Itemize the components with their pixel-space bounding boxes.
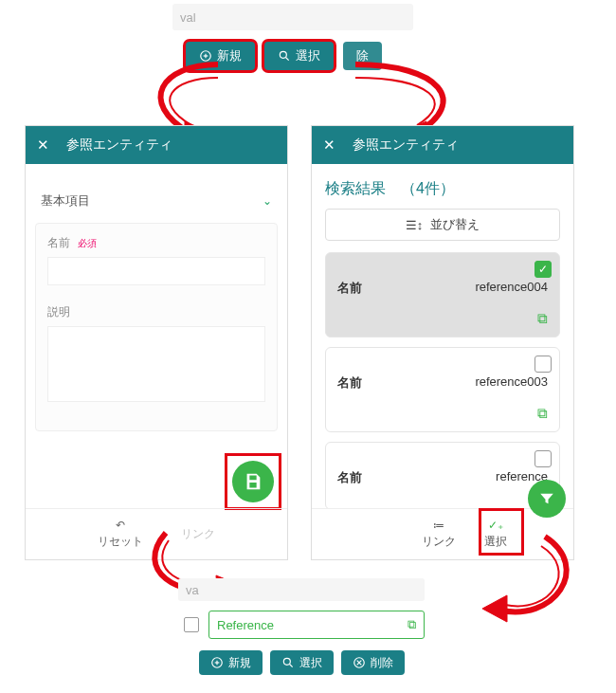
result-form-area: va Reference ⧉ 新規 選択 削除 (178, 578, 425, 675)
reset-label: リセット (98, 534, 143, 550)
sort-icon: ☰↕ (406, 218, 424, 232)
svg-line-13 (289, 665, 292, 667)
search-icon (278, 49, 291, 63)
top-value-input[interactable]: val (172, 4, 413, 30)
select-button[interactable]: 選択 (270, 650, 334, 675)
save-fab[interactable] (232, 461, 274, 502)
desc-label-row: 説明 (47, 304, 265, 320)
search-title-suffix: 件） (425, 180, 455, 196)
panel-header: ✕ 参照エンティティ (26, 126, 287, 164)
result-name-label: 名前 (337, 374, 362, 392)
select-button-label: 選択 (296, 47, 320, 64)
name-label-row: 名前 必須 (47, 235, 265, 251)
delete-button[interactable]: 削除 (341, 650, 405, 675)
undo-icon: ↶ (116, 519, 125, 532)
select-label: 選択 (299, 655, 322, 671)
close-icon[interactable]: ✕ (37, 137, 49, 154)
reset-button[interactable]: ↶ リセット (98, 519, 143, 550)
link-button[interactable]: ≔ リンク (422, 519, 456, 550)
search-title-prefix: 検索結果 （ (325, 180, 416, 196)
panel-title: 参照エンティティ (66, 137, 172, 154)
checkbox-icon[interactable] (534, 356, 552, 373)
section-label: 基本項目 (41, 192, 90, 210)
link-label: リンク (422, 534, 456, 550)
checkbox-icon[interactable]: ✓ (534, 261, 552, 278)
open-external-icon[interactable]: ⧉ (337, 310, 548, 327)
plus-circle-icon (210, 656, 224, 669)
chevron-down-icon: ⌄ (263, 194, 272, 208)
filter-fab[interactable] (528, 480, 566, 518)
delete-label: 削除 (371, 655, 393, 671)
bottom-button-row: 新規 選択 削除 (178, 650, 425, 675)
result-name-label: 名前 (337, 469, 362, 486)
new-label: 新規 (228, 655, 251, 671)
required-badge: 必須 (78, 237, 97, 250)
x-circle-icon (353, 656, 366, 669)
reference-field[interactable]: Reference ⧉ (208, 611, 425, 639)
reference-row: Reference ⧉ (178, 611, 425, 639)
svg-point-12 (283, 658, 290, 665)
panel-title: 参照エンティティ (353, 137, 459, 154)
result-value: reference003 (475, 374, 548, 392)
panel-header: ✕ 参照エンティティ (312, 126, 573, 164)
close-icon[interactable]: ✕ (323, 137, 335, 154)
sort-button[interactable]: ☰↕ 並び替え (325, 209, 560, 241)
svg-line-4 (286, 58, 289, 61)
sort-label: 並び替え (430, 216, 480, 233)
save-icon (243, 471, 263, 492)
new-button[interactable]: 新規 (199, 650, 263, 675)
input-placeholder: va (186, 583, 199, 597)
open-external-icon[interactable]: ⧉ (408, 617, 416, 632)
open-external-icon[interactable]: ⧉ (337, 405, 548, 422)
section-accordion[interactable]: 基本項目 ⌄ (35, 189, 278, 213)
name-label: 名前 (47, 235, 70, 251)
desc-label: 説明 (47, 304, 70, 320)
svg-marker-8 (482, 595, 507, 622)
name-input[interactable] (47, 257, 265, 285)
bottom-value-input[interactable]: va (178, 578, 425, 601)
input-placeholder: val (180, 10, 196, 25)
svg-point-3 (280, 51, 286, 58)
reference-text: Reference (217, 618, 274, 632)
select-button[interactable]: 選択 (264, 42, 334, 70)
result-value: reference004 (475, 280, 548, 297)
form-card: 名前 必須 説明 (35, 223, 278, 431)
filter-icon (538, 490, 555, 507)
search-count: 4 (416, 180, 425, 196)
desc-input[interactable] (47, 326, 265, 402)
search-title: 検索結果 （4件） (312, 164, 573, 209)
result-card[interactable]: ✓ 名前 reference004 ⧉ (325, 252, 560, 337)
list-icon: ≔ (433, 519, 444, 532)
result-name-label: 名前 (337, 280, 362, 297)
new-entity-panel: ✕ 参照エンティティ 基本項目 ⌄ 名前 必須 説明 ↶ リセット リンク (25, 125, 288, 560)
result-card[interactable]: 名前 reference003 ⧉ (325, 347, 560, 432)
checkbox-icon[interactable] (534, 450, 552, 467)
search-results-panel: ✕ 参照エンティティ 検索結果 （4件） ☰↕ 並び替え ✓ 名前 refere… (311, 125, 574, 560)
search-icon (281, 656, 295, 669)
result-card[interactable]: 名前 reference (325, 442, 560, 510)
reference-checkbox[interactable] (184, 617, 199, 632)
